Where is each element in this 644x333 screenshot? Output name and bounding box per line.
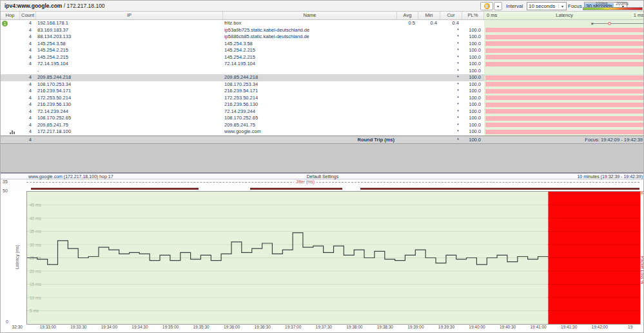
column-header-avg[interactable]: Avg [397, 12, 418, 19]
latency-axis-max: 50 [3, 188, 8, 193]
footer-hop-cell [1, 136, 20, 143]
cur-cell: * [440, 115, 462, 122]
column-header-name[interactable]: Name [223, 12, 397, 19]
latency-cell [484, 41, 644, 48]
table-row[interactable]: 4145.254.3.58145.254.3.58*100.0 [1, 41, 644, 48]
name-cell: 172.253.50.214 [223, 95, 397, 102]
name-cell: 209.85.244.218 [223, 74, 397, 81]
min-cell [418, 95, 440, 102]
hop-cell [1, 61, 20, 68]
latency-cell [484, 108, 644, 116]
column-header-count[interactable]: Count [20, 12, 36, 19]
packet-loss-bar [485, 96, 644, 100]
footer-count: 4 [20, 136, 36, 143]
jitter-scale-line [26, 182, 639, 183]
count-cell: 4 [20, 27, 36, 34]
focus-range-label: Focus: 19:42:09 - 19:42:39 [484, 136, 644, 143]
table-row[interactable]: 472.14.239.24472.14.239.244*100.0 [1, 108, 644, 116]
table-row[interactable]: 4108.170.253.34108.170.253.34*100.0 [1, 81, 644, 88]
ip-cell: 145.254.3.58 [36, 41, 223, 48]
pl-cell: 100.0 [462, 115, 484, 122]
window-title: ipv4:www.google.com / 172.217.18.100 [5, 3, 105, 9]
time-axis-label: 19:38:30 [377, 325, 393, 329]
table-row[interactable]: 4172.217.18.100www.google.com*100.0 [1, 128, 644, 136]
timeline-graph-panel: Default Settings www.google.com (172.217… [1, 173, 644, 333]
count-cell: 4 [20, 34, 36, 41]
legend-gradient-bar [583, 7, 643, 10]
table-row[interactable]: 14192.168.178.1fritz.box0.50.40.4✕ [1, 20, 644, 27]
footer-pl: 100.0 [462, 136, 484, 143]
latency-legend: 100ms 200ms [583, 1, 643, 11]
min-cell [418, 115, 440, 122]
pl-cell: 100.0 [462, 95, 484, 102]
column-header-ip[interactable]: IP [36, 12, 223, 19]
chevron-down-icon: ▾ [558, 4, 566, 8]
packet-loss-bar [485, 116, 644, 121]
packet-loss-bar [485, 123, 644, 127]
table-row[interactable]: 4216.239.56.130216.239.56.130*100.0 [1, 101, 644, 108]
table-row[interactable]: 488.134.203.133ip5886cb85.static.kabel-d… [1, 34, 644, 41]
min-cell [418, 101, 440, 108]
table-row[interactable]: 4145.254.2.215145.254.2.215*100.0 [1, 47, 644, 54]
pl-cell: 100.0 [462, 61, 484, 68]
column-header-latency[interactable]: 0 ms Latency 1 ms [484, 12, 644, 19]
table-row[interactable]: 472.14.195.10472.14.195.104*100.0 [1, 61, 644, 68]
target-ip: / 172.217.18.100 [62, 3, 104, 9]
packet-loss-bar [485, 82, 644, 86]
round-trip-row[interactable]: 4 Round Trip (ms) * 100.0 Focus: 19:42:0… [1, 136, 644, 144]
name-cell: 72.14.239.244 [223, 108, 397, 116]
grid-label: 20 ms [30, 269, 41, 274]
table-row[interactable]: -*100.0 [1, 68, 644, 75]
cur-cell: 0.4 [440, 20, 462, 27]
time-axis-label: 19:37:00 [285, 325, 301, 329]
interval-select[interactable]: 10 seconds ▾ [527, 2, 567, 10]
packet-loss-bar [485, 109, 644, 114]
latency-range-line [592, 23, 643, 24]
footer-avg [397, 136, 418, 143]
name-cell: fritz.box [223, 20, 397, 27]
hop-cell [1, 68, 20, 75]
avg-cell [397, 88, 418, 95]
time-axis-label: 19:40:30 [500, 325, 516, 329]
pl-cell: 100.0 [462, 108, 484, 116]
packet-loss-bar [485, 62, 644, 66]
cur-cell: * [440, 47, 462, 54]
table-row[interactable]: 4209.85.241.75209.85.241.75*100.0 [1, 122, 644, 129]
footer-cur: * [440, 136, 462, 143]
column-header-hop[interactable]: Hop [1, 12, 20, 19]
name-cell: 72.14.195.104 [223, 61, 397, 68]
cur-cell: * [440, 68, 462, 75]
grid-label: 10 ms [30, 296, 41, 300]
table-row[interactable]: 4172.253.50.214172.253.50.214*100.0 [1, 95, 644, 102]
ip-cell: 88.134.203.133 [36, 34, 223, 41]
table-row[interactable]: 483.169.183.37ip53a9b725.static.kabel-de… [1, 27, 644, 34]
chevron-down-icon: ▾ [497, 4, 499, 8]
grid-label: 45 ms [30, 203, 41, 207]
count-cell [20, 68, 36, 75]
pingplotter-window: ipv4:www.google.com / 172.217.18.100 ▾ I… [0, 0, 644, 333]
column-header-pl[interactable]: PL% [462, 12, 484, 19]
column-header-cur[interactable]: Cur [440, 12, 462, 19]
table-row[interactable]: 4209.85.244.218209.85.244.218*100.0 [1, 74, 644, 81]
column-header-min[interactable]: Min [418, 12, 440, 19]
latency-plot-area[interactable]: 45 ms40 ms35 ms30 ms25 ms20 ms15 ms10 ms… [26, 191, 641, 325]
jitter-strip: 35 Jitter (ms) [1, 179, 644, 191]
table-row[interactable]: 4108.170.252.65108.170.252.65*100.0 [1, 115, 644, 122]
interval-value: 10 seconds [527, 3, 556, 9]
hop-cell [1, 95, 20, 102]
latency-cell [484, 47, 644, 54]
packet-loss-bar [485, 41, 644, 46]
pause-dropdown-button[interactable]: ▾ [494, 2, 502, 10]
pause-button[interactable] [480, 2, 493, 10]
table-row[interactable]: 4145.254.2.215145.254.2.215*100.0 [1, 54, 644, 61]
interval-label: Interval [506, 3, 523, 9]
hop-cell [1, 128, 20, 136]
pl-cell: 100.0 [462, 68, 484, 75]
hop-rows: 14192.168.178.1fritz.box0.50.40.4✕483.16… [1, 20, 644, 136]
table-row[interactable]: 4216.239.54.171216.239.54.171*100.0 [1, 88, 644, 95]
latency-min-marker: ✕ [590, 21, 594, 27]
avg-cell: 0.5 [397, 20, 418, 27]
count-cell: 4 [20, 74, 36, 81]
name-cell: 145.254.2.215 [223, 47, 397, 54]
packet-loss-bar [485, 89, 644, 94]
